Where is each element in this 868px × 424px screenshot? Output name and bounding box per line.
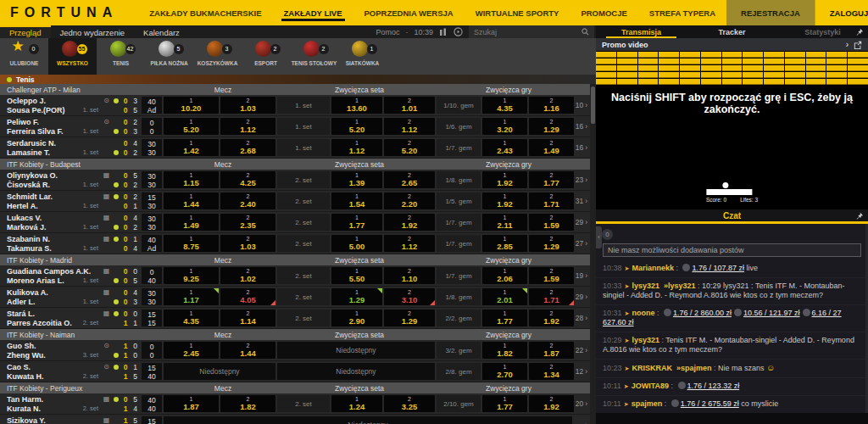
reply-to-user[interactable]: »spajmen <box>676 364 712 372</box>
message-author[interactable]: lysy321 <box>632 336 659 344</box>
help-link[interactable]: Pomoc <box>376 28 399 36</box>
odds-button[interactable]: 21.44 <box>220 342 275 359</box>
chat-pin-icon[interactable] <box>855 212 864 220</box>
sport-filter-koszykówka[interactable]: 3 KOSZYKÓWKA <box>193 38 242 75</box>
reply-arrow-icon[interactable]: ➤ <box>625 265 630 271</box>
video-game-area[interactable]: Naciśnij SHIFT aby rozpocząć grę i ESC, … <box>596 51 868 209</box>
more-markets-button[interactable]: 29› <box>576 212 590 232</box>
odds-button[interactable]: 21.59 <box>529 267 574 284</box>
nav-zakłady-bukmacherskie[interactable]: ZAKŁADY BUKMACHERSKIE <box>138 0 272 25</box>
odds-button[interactable]: 11.92 <box>482 171 527 188</box>
odds-button[interactable]: 21.34 <box>529 363 574 380</box>
register-button[interactable]: REJESTRACJA <box>726 0 815 25</box>
odds-button[interactable]: 12.06 <box>482 267 527 284</box>
stats-grid-icon[interactable]: ▦ <box>100 393 113 414</box>
sport-filter-esport[interactable]: 2 ESPORT <box>242 38 290 75</box>
nav-strefa-typera[interactable]: STREFA TYPERA <box>638 0 726 25</box>
chat-header[interactable]: Czat <box>596 209 868 221</box>
odds-button[interactable]: 11.12 <box>331 139 382 156</box>
stats-grid-icon[interactable]: ▦ <box>100 212 113 232</box>
sport-filter-siatkówka[interactable]: 1 SIATKÓWKA <box>338 38 387 75</box>
odds-button[interactable]: 21.82 <box>220 395 275 412</box>
bet-link[interactable]: 1.76 / 123.32 zł <box>687 382 740 390</box>
reply-arrow-icon[interactable]: ➤ <box>625 338 630 343</box>
more-markets-button[interactable]: 19› <box>576 265 590 286</box>
more-markets-button[interactable]: 16› <box>576 116 590 137</box>
sport-filter-ulubione[interactable]: ★ 0 ULUBIONE <box>0 38 48 75</box>
odds-button[interactable]: 21.59 <box>529 214 574 231</box>
odds-button[interactable]: 110.20 <box>164 97 219 114</box>
odds-button[interactable]: 21.12 <box>384 235 435 252</box>
odds-button[interactable]: 11.29 <box>331 288 382 305</box>
match-row[interactable]: Schmidt Lar. Hertel A. 1. set ▦ 00 21 15… <box>0 191 590 212</box>
match-row[interactable]: Guadiana Campos A.K. Moreno Arias L. 1. … <box>0 265 590 287</box>
tracker-icon[interactable]: ⊙ <box>100 95 113 115</box>
odds-button[interactable]: 22.65 <box>384 171 435 188</box>
odds-button[interactable]: 11.77 <box>482 310 527 326</box>
odds-button[interactable]: 21.12 <box>220 118 275 135</box>
more-markets-button[interactable]: 20› <box>576 393 590 414</box>
sport-filter-piłka-nożna[interactable]: 5 PIŁKA NOŻNA <box>145 38 193 75</box>
reply-to-user[interactable]: »lysy321 <box>664 282 696 290</box>
stats-grid-icon[interactable]: ▦ <box>100 191 113 211</box>
odds-button[interactable]: 11.82 <box>482 342 527 359</box>
odds-button[interactable]: 14.35 <box>482 97 527 114</box>
panel-tab-statystyki[interactable]: Statystyki <box>777 25 868 38</box>
odds-button[interactable]: 15.50 <box>331 267 382 284</box>
stats-grid-icon[interactable]: ▦ <box>100 308 113 328</box>
message-author[interactable]: Mariannekk <box>632 264 674 272</box>
odds-button[interactable]: 23.10 <box>384 288 435 305</box>
scrollbar-thumb[interactable] <box>591 86 595 124</box>
more-markets-button[interactable]: 23› <box>576 170 590 190</box>
external-link-icon[interactable] <box>854 41 862 49</box>
tracker-icon[interactable]: ⊙ <box>100 361 113 382</box>
bet-link[interactable]: 1.76 / 2 675.59 zł <box>681 399 739 408</box>
reply-arrow-icon[interactable]: ➤ <box>624 383 629 389</box>
message-author[interactable]: KRISKRAK <box>632 364 672 372</box>
odds-button[interactable]: 21.29 <box>529 118 574 135</box>
odds-button[interactable]: 12.85 <box>482 235 527 252</box>
reply-arrow-icon[interactable]: ➤ <box>625 283 630 289</box>
tracker-icon[interactable]: ⊙ <box>100 116 113 137</box>
odds-button[interactable]: 23.25 <box>384 395 435 412</box>
match-row[interactable]: Peliwo F. Ferreira Silva F. 1. set ⊙ 00 … <box>0 116 590 137</box>
odds-button[interactable]: 12.90 <box>331 310 382 326</box>
tab-jedno-wydarzenie[interactable]: Jedno wydarzenie <box>51 25 135 38</box>
match-row[interactable]: Kulikova A. Adler L. 1. set ▦ 00 43 3030… <box>0 287 590 308</box>
tracker-icon[interactable]: ⊙ <box>100 340 113 360</box>
more-markets-button[interactable]: 12› <box>576 361 590 382</box>
reply-arrow-icon[interactable]: ➤ <box>624 401 629 407</box>
login-button[interactable]: ZALOGUJ SIĘ <box>815 0 868 25</box>
sport-filter-tenis-stołowy[interactable]: 2 TENIS STOŁOWY <box>290 38 338 75</box>
bet-link[interactable]: 10.56 / 121.97 zł <box>743 309 800 317</box>
message-author[interactable]: spajmen <box>632 399 663 408</box>
odds-button[interactable]: 11.77 <box>331 214 382 231</box>
odds-button[interactable]: 21.29 <box>529 235 574 252</box>
odds-button[interactable]: 25.20 <box>384 139 435 156</box>
stats-toggle-icon[interactable] <box>439 28 448 36</box>
odds-button[interactable]: 11.17 <box>164 288 219 305</box>
odds-button[interactable]: 12.45 <box>164 342 219 359</box>
odds-button[interactable]: 11.54 <box>331 192 382 209</box>
stats-grid-icon[interactable]: ▦ <box>100 287 113 307</box>
odds-button[interactable]: 22.68 <box>220 139 275 156</box>
more-markets-button[interactable]: 28› <box>576 308 590 328</box>
odds-button[interactable]: 18.75 <box>164 235 219 252</box>
odds-button[interactable]: 21.03 <box>220 235 275 252</box>
sport-filter-tenis[interactable]: 42 TENIS <box>97 38 145 75</box>
odds-button[interactable]: 22.35 <box>220 214 275 231</box>
odds-button[interactable]: 21.01 <box>384 97 435 114</box>
nav-wirtualne-sporty[interactable]: WIRTUALNE SPORTY <box>465 0 570 25</box>
match-row[interactable]: Ocleppo J. Sousa Pe.(POR) 1. set ⊙ 00 35… <box>0 95 590 116</box>
odds-button[interactable]: 21.03 <box>220 97 275 114</box>
bet-link[interactable]: 1.76 / 2 860.00 zł <box>673 309 732 317</box>
odds-button[interactable]: 19.25 <box>164 267 219 284</box>
stats-grid-icon[interactable]: ▦ <box>100 265 113 286</box>
odds-button[interactable]: 11.49 <box>164 214 219 231</box>
message-author[interactable]: lysy321 <box>632 282 659 290</box>
odds-button[interactable]: 21.10 <box>384 267 435 284</box>
odds-button[interactable]: 12.11 <box>482 214 527 231</box>
nav-promocje[interactable]: PROMOCJE <box>570 0 637 25</box>
panel-tab-tracker[interactable]: Tracker <box>687 25 777 38</box>
match-row[interactable]: Oliynykova O. Čisovská R. 1. set ▦ 00 52… <box>0 170 590 191</box>
